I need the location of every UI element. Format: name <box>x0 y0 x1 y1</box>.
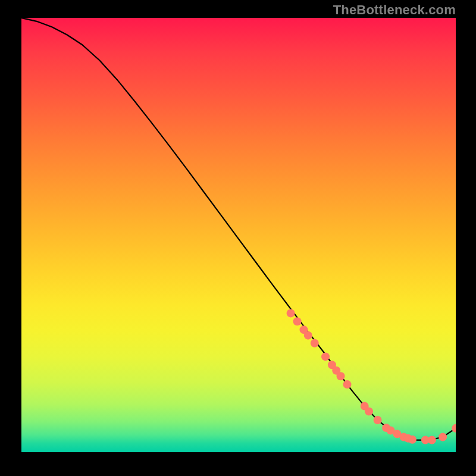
watermark-text: TheBottleneck.com <box>333 2 456 18</box>
curve-marker <box>337 372 345 380</box>
curve-marker <box>311 339 319 347</box>
curve-line <box>21 18 456 440</box>
curve-marker <box>374 416 382 424</box>
curve-marker <box>408 436 416 444</box>
curve-marker <box>293 317 302 325</box>
plot-svg <box>21 18 456 452</box>
curve-marker <box>321 352 330 361</box>
curve-marker <box>428 436 436 444</box>
curve-marker <box>439 433 447 441</box>
curve-marker <box>365 407 373 415</box>
curve-marker <box>343 380 352 389</box>
chart-frame: TheBottleneck.com <box>0 0 476 476</box>
curve-marker <box>287 309 295 317</box>
gradient-plot-area <box>21 18 456 452</box>
curve-marker <box>304 331 312 340</box>
